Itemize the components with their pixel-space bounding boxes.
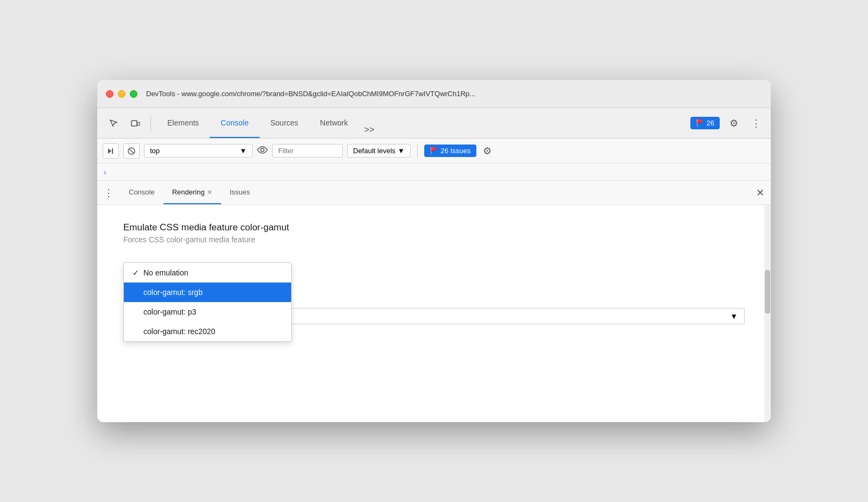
- devtools-window: DevTools - www.google.com/chrome/?brand=…: [97, 80, 771, 422]
- drawer-tabs: ⋮ Console Rendering ✕ Issues ✕: [97, 181, 771, 205]
- minimize-button[interactable]: [118, 90, 125, 98]
- svg-rect-3: [112, 148, 113, 154]
- dropdown-item-p3[interactable]: color-gamut: p3: [124, 302, 291, 322]
- scrollbar-track: [764, 205, 771, 422]
- main-toolbar: Elements Console Sources Network >> 🚩 26…: [97, 108, 771, 139]
- tab-network[interactable]: Network: [309, 108, 358, 138]
- more-tabs-button[interactable]: >>: [358, 122, 380, 138]
- tab-sources[interactable]: Sources: [260, 108, 309, 138]
- rendering-content: Emulate CSS media feature color-gamut Fo…: [97, 205, 771, 422]
- tab-navigation: Elements Console Sources Network >>: [156, 108, 380, 138]
- dropdown-item-no-emulation[interactable]: No emulation: [124, 263, 291, 283]
- inspect-element-button[interactable]: [104, 114, 123, 133]
- maximize-button[interactable]: [130, 90, 137, 98]
- svg-marker-2: [108, 148, 111, 154]
- svg-point-6: [261, 148, 264, 152]
- ban-button[interactable]: [123, 143, 140, 159]
- breadcrumb-arrow: ›: [104, 168, 106, 177]
- drawer-menu-icon[interactable]: ⋮: [104, 187, 114, 199]
- tab-elements[interactable]: Elements: [156, 108, 210, 138]
- breadcrumb-area: ›: [97, 164, 771, 181]
- chevron-down-icon-2: ▼: [730, 312, 738, 321]
- issues-toolbar-badge[interactable]: 🚩 26 Issues: [424, 145, 476, 157]
- feature-title: Emulate CSS media feature color-gamut: [123, 222, 745, 233]
- svg-line-5: [129, 148, 134, 153]
- window-title: DevTools - www.google.com/chrome/?brand=…: [146, 90, 762, 98]
- console-toolbar: top ▼ Default levels ▼ 🚩 26 Issues ⚙: [97, 139, 771, 164]
- dropdown-item-rec2020[interactable]: color-gamut: rec2020: [124, 322, 291, 341]
- color-gamut-dropdown-menu: No emulation color-gamut: srgb color-gam…: [123, 262, 292, 342]
- levels-dropdown[interactable]: Default levels ▼: [347, 144, 411, 158]
- close-drawer-button[interactable]: ✕: [756, 187, 764, 199]
- clear-console-button[interactable]: [103, 143, 119, 159]
- toolbar-right: 🚩 26 ⚙ ⋮: [690, 114, 764, 133]
- close-rendering-tab-icon[interactable]: ✕: [207, 189, 212, 196]
- device-toolbar-button[interactable]: [125, 114, 145, 133]
- toolbar-divider: [417, 143, 418, 159]
- svg-rect-0: [131, 121, 137, 126]
- chevron-down-icon: ▼: [240, 147, 247, 155]
- chevron-down-icon: ▼: [398, 147, 405, 155]
- settings-button[interactable]: ⚙: [724, 114, 744, 133]
- tab-rendering-drawer[interactable]: Rendering ✕: [163, 181, 221, 204]
- more-options-button[interactable]: ⋮: [748, 114, 764, 133]
- feature-desc: Forces CSS color-gamut media feature: [123, 235, 745, 244]
- scrollbar-thumb[interactable]: [765, 270, 770, 313]
- tab-console-drawer[interactable]: Console: [120, 181, 163, 204]
- issues-badge[interactable]: 🚩 26: [690, 117, 720, 129]
- tab-issues-drawer[interactable]: Issues: [221, 181, 259, 204]
- eye-icon[interactable]: [257, 145, 268, 156]
- svg-rect-1: [137, 122, 140, 126]
- tab-console[interactable]: Console: [210, 108, 259, 138]
- title-bar: DevTools - www.google.com/chrome/?brand=…: [97, 80, 771, 108]
- context-selector[interactable]: top ▼: [144, 144, 253, 158]
- close-button[interactable]: [106, 90, 114, 98]
- traffic-lights: [106, 90, 137, 98]
- console-settings-icon[interactable]: ⚙: [483, 145, 492, 157]
- toolbar-divider: [150, 116, 151, 131]
- filter-input[interactable]: [272, 144, 343, 158]
- dropdown-item-srgb[interactable]: color-gamut: srgb: [124, 283, 291, 302]
